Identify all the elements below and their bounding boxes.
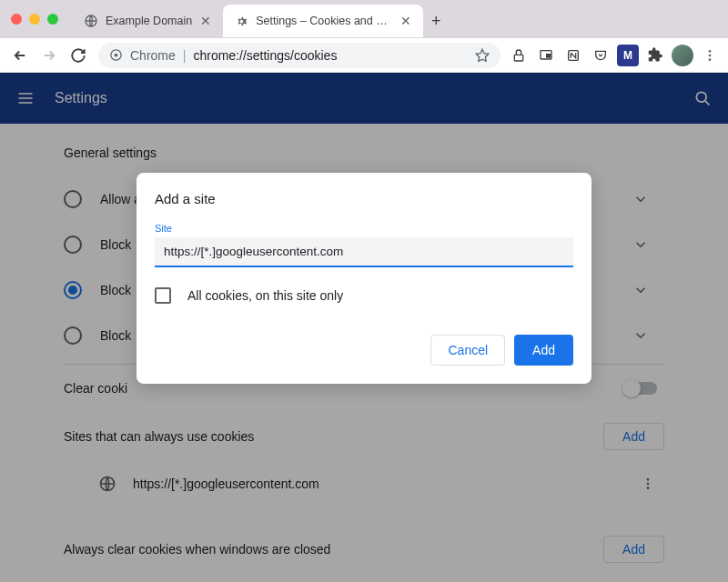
address-bar[interactable]: Chrome | chrome://settings/cookies xyxy=(98,43,500,68)
maximize-window-button[interactable] xyxy=(47,14,58,25)
svg-point-9 xyxy=(709,58,712,61)
tab-title: Settings – Cookies and other s xyxy=(256,15,392,27)
browser-menu-button[interactable] xyxy=(699,48,721,63)
tab-strip: Example Domain ✕ Settings – Cookies and … xyxy=(73,5,449,37)
browser-titlebar: Example Domain ✕ Settings – Cookies and … xyxy=(0,0,728,38)
browser-toolbar: Chrome | chrome://settings/cookies M xyxy=(0,38,728,73)
pocket-icon[interactable] xyxy=(590,45,612,66)
tab-settings-cookies[interactable]: Settings – Cookies and other s ✕ xyxy=(223,5,423,37)
tab-title: Example Domain xyxy=(106,15,192,27)
site-input[interactable] xyxy=(155,237,573,267)
close-icon[interactable]: ✕ xyxy=(399,15,412,27)
modal-overlay[interactable]: Add a site Site All cookies, on this sit… xyxy=(0,73,728,582)
cast-icon[interactable] xyxy=(535,45,557,66)
add-site-dialog: Add a site Site All cookies, on this sit… xyxy=(136,173,592,384)
extension-m-icon[interactable]: M xyxy=(617,45,639,66)
window-controls xyxy=(11,14,58,25)
lock-icon[interactable] xyxy=(508,45,530,66)
extension-icons: M xyxy=(508,45,721,66)
field-label-site: Site xyxy=(155,223,573,234)
close-icon[interactable]: ✕ xyxy=(199,15,212,27)
star-icon[interactable] xyxy=(475,48,490,63)
omnibox-url: chrome://settings/cookies xyxy=(193,48,337,63)
svg-point-8 xyxy=(709,54,712,56)
checkbox-row: All cookies, on this site only xyxy=(155,287,573,304)
dialog-buttons: Cancel Add xyxy=(155,335,573,366)
puzzle-icon[interactable] xyxy=(644,45,666,66)
svg-rect-3 xyxy=(514,55,522,61)
add-button[interactable]: Add xyxy=(514,335,573,366)
all-cookies-checkbox[interactable] xyxy=(155,287,171,304)
svg-point-7 xyxy=(709,50,712,53)
notion-icon[interactable] xyxy=(562,45,584,66)
tab-example-domain[interactable]: Example Domain ✕ xyxy=(73,5,223,37)
minimize-window-button[interactable] xyxy=(29,14,40,25)
reload-button[interactable] xyxy=(66,43,91,68)
omnibox-divider: | xyxy=(183,48,187,63)
dialog-title: Add a site xyxy=(155,191,573,206)
checkbox-label: All cookies, on this site only xyxy=(187,288,343,303)
cancel-button[interactable]: Cancel xyxy=(430,335,505,366)
profile-avatar[interactable] xyxy=(672,45,693,66)
chrome-icon xyxy=(109,48,123,62)
gear-icon xyxy=(234,14,248,28)
back-button[interactable] xyxy=(7,43,33,68)
svg-point-2 xyxy=(115,54,118,57)
close-window-button[interactable] xyxy=(11,14,22,25)
omnibox-prefix: Chrome xyxy=(130,48,176,63)
globe-icon xyxy=(84,14,98,28)
svg-rect-5 xyxy=(547,54,551,56)
new-tab-button[interactable]: + xyxy=(423,5,449,37)
forward-button[interactable] xyxy=(36,43,62,68)
